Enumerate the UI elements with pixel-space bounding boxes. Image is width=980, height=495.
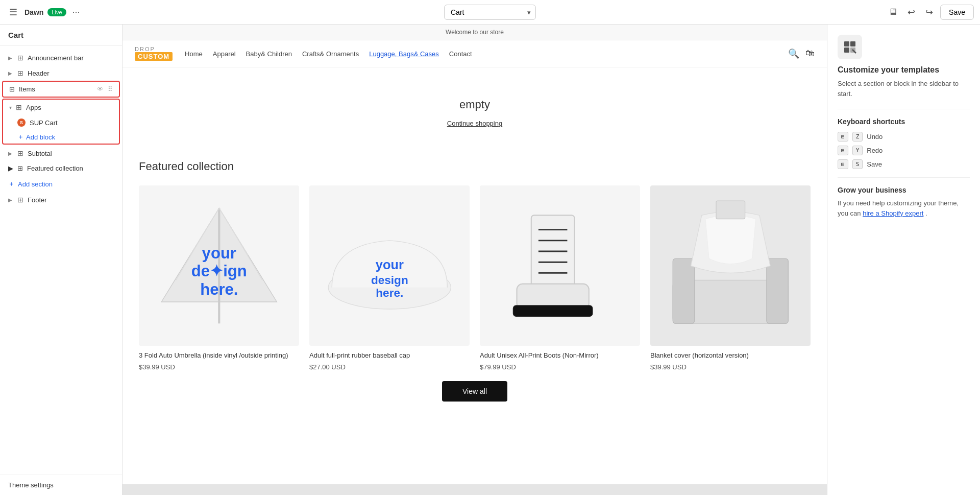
svg-rect-25 bbox=[844, 41, 849, 46]
desktop-view-button[interactable]: 🖥 bbox=[885, 4, 900, 20]
sidebar: Cart ▶ ⊞ Announcement bar ▶ ⊞ Header ⊞ I… bbox=[0, 25, 122, 495]
grow-text: If you need help customizing your theme,… bbox=[838, 198, 970, 218]
product-name: Adult full-print rubber baseball cap bbox=[309, 351, 470, 360]
shortcut-save-label: Save bbox=[867, 160, 882, 168]
sidebar-item-items[interactable]: ⊞ Items 👁 ⠿ bbox=[2, 81, 120, 98]
chevron-right-icon: ▶ bbox=[8, 164, 13, 172]
nav-link-baby[interactable]: Baby& Children bbox=[246, 50, 292, 58]
save-button[interactable]: Save bbox=[940, 5, 974, 20]
canvas-inner: Welcome to our store DROP CUSTOM Home Ap… bbox=[122, 25, 827, 484]
products-grid: your de✦ign here. 3 Fold Auto Umbrella (… bbox=[139, 185, 811, 371]
section-icon: ⊞ bbox=[17, 69, 23, 77]
hire-expert-link[interactable]: hire a Shopify expert bbox=[863, 209, 923, 217]
sidebar-item-sup-cart[interactable]: S SUP Cart bbox=[3, 115, 119, 130]
svg-text:your: your bbox=[375, 257, 403, 272]
view-all-button[interactable]: View all bbox=[442, 381, 507, 402]
sidebar-apps-section: ▾ ⊞ Apps S SUP Cart ＋ Add block bbox=[2, 99, 120, 145]
sup-cart-icon: S bbox=[17, 119, 26, 127]
sidebar-item-footer[interactable]: ▶ ⊞ Footer bbox=[2, 192, 120, 207]
apps-icon: ⊞ bbox=[16, 103, 22, 111]
topbar: ☰ Dawn Live ··· Cart ▾ 🖥 ↩ ↪ Save bbox=[0, 0, 980, 25]
redo-button[interactable]: ↪ bbox=[922, 4, 936, 21]
cap-svg: your design here. bbox=[317, 194, 462, 338]
nav-link-crafts[interactable]: Crafts& Ornaments bbox=[302, 50, 359, 58]
featured-collection-section: Featured collection yo bbox=[122, 148, 827, 437]
view-all-wrap: View all bbox=[139, 371, 811, 417]
undo-button[interactable]: ↩ bbox=[904, 4, 918, 21]
store-name-label: Dawn bbox=[24, 8, 43, 16]
eye-icon[interactable]: 👁 bbox=[97, 85, 104, 93]
add-block-button[interactable]: ＋ Add block bbox=[17, 132, 55, 142]
sidebar-add-section[interactable]: ＋ Add section bbox=[2, 176, 120, 192]
search-icon[interactable]: 🔍 bbox=[788, 48, 799, 59]
sidebar-item-header[interactable]: ▶ ⊞ Header bbox=[2, 65, 120, 81]
featured-collection-title: Featured collection bbox=[139, 160, 811, 173]
store-top-message: Welcome to our store bbox=[122, 25, 827, 40]
svg-rect-26 bbox=[850, 41, 855, 46]
drag-handle-icon[interactable]: ⠿ bbox=[108, 85, 113, 93]
product-card-umbrella[interactable]: your de✦ign here. 3 Fold Auto Umbrella (… bbox=[139, 185, 299, 371]
nav-link-home[interactable]: Home bbox=[185, 50, 203, 58]
boot-svg bbox=[488, 194, 632, 338]
svg-text:here.: here. bbox=[200, 280, 238, 298]
continue-shopping-link[interactable]: Continue shopping bbox=[133, 120, 817, 127]
shortcut-undo-label: Undo bbox=[867, 133, 883, 140]
product-image-umbrella: your de✦ign here. bbox=[139, 185, 299, 346]
product-card-boot[interactable]: Adult Unisex All-Print Boots (Non-Mirror… bbox=[480, 185, 640, 371]
svg-text:de✦ign: de✦ign bbox=[191, 262, 247, 280]
chevron-right-icon: ▶ bbox=[8, 197, 12, 203]
section-icon: ⊞ bbox=[17, 54, 23, 62]
theme-settings-button[interactable]: Theme settings bbox=[8, 481, 54, 489]
shortcut-undo: ⊞ Z Undo bbox=[838, 132, 970, 142]
store-nav: DROP CUSTOM Home Apparel Baby& Children … bbox=[122, 40, 827, 67]
sidebar-item-announcement-bar[interactable]: ▶ ⊞ Announcement bar bbox=[2, 50, 120, 65]
sidebar-item-featured-collection[interactable]: ▶ ⊞ Featured collection bbox=[2, 161, 120, 176]
logo-drop: DROP bbox=[135, 46, 155, 52]
svg-rect-15 bbox=[513, 305, 592, 316]
cart-icon[interactable]: 🛍 bbox=[805, 48, 815, 59]
svg-text:design: design bbox=[371, 273, 408, 286]
grow-text-2: . bbox=[925, 209, 927, 217]
more-options-button[interactable]: ··· bbox=[70, 5, 82, 19]
product-price: $79.99 USD bbox=[480, 363, 640, 371]
live-badge: Live bbox=[47, 8, 66, 16]
nav-toggle-button[interactable]: ☰ bbox=[6, 4, 20, 21]
topbar-left: ☰ Dawn Live ··· bbox=[6, 4, 118, 21]
plus-icon: ＋ bbox=[17, 132, 24, 142]
plus-icon: ＋ bbox=[8, 179, 15, 188]
nav-link-contact[interactable]: Contact bbox=[449, 50, 472, 58]
sidebar-item-apps[interactable]: ▾ ⊞ Apps bbox=[3, 100, 119, 115]
store-nav-links: Home Apparel Baby& Children Crafts& Orna… bbox=[185, 50, 776, 58]
chevron-right-icon: ▶ bbox=[8, 70, 12, 76]
product-image-cap: your design here. bbox=[309, 185, 470, 346]
customize-icon-wrap bbox=[838, 35, 862, 59]
sidebar-item-subtotal[interactable]: ▶ ⊞ Subtotal bbox=[2, 146, 120, 161]
product-name: Adult Unisex All-Print Boots (Non-Mirror… bbox=[480, 351, 640, 360]
cart-empty-section: empty Continue shopping bbox=[122, 67, 827, 148]
customize-icon bbox=[843, 40, 857, 54]
grow-title: Grow your business bbox=[838, 186, 970, 194]
svg-text:your: your bbox=[202, 244, 236, 262]
right-panel: Customize your templates Select a sectio… bbox=[827, 25, 980, 495]
product-image-blanket bbox=[650, 185, 811, 346]
nav-link-luggage[interactable]: Luggage, Bags& Cases bbox=[369, 50, 439, 58]
blanket-svg bbox=[658, 194, 803, 338]
right-panel-description: Select a section or block in the sidebar… bbox=[838, 79, 970, 99]
kbd-y: Y bbox=[852, 146, 863, 155]
svg-rect-27 bbox=[844, 48, 849, 53]
product-card-blanket[interactable]: Blanket cover (horizontal version) $39.9… bbox=[650, 185, 811, 371]
shortcut-redo: ⊞ Y Redo bbox=[838, 146, 970, 155]
svg-rect-23 bbox=[767, 258, 788, 323]
svg-text:here.: here. bbox=[376, 287, 403, 299]
product-card-cap[interactable]: your design here. Adult full-print rubbe… bbox=[309, 185, 470, 371]
chevron-right-icon: ▶ bbox=[8, 151, 12, 156]
topbar-center: Cart ▾ bbox=[125, 5, 855, 20]
logo-custom: CUSTOM bbox=[135, 52, 173, 61]
sidebar-scroll: ▶ ⊞ Announcement bar ▶ ⊞ Header ⊞ Items … bbox=[0, 46, 122, 475]
product-price: $39.99 USD bbox=[650, 363, 811, 371]
divider bbox=[838, 109, 970, 109]
nav-link-apparel[interactable]: Apparel bbox=[213, 50, 236, 58]
page-select-dropdown[interactable]: Cart bbox=[444, 5, 536, 20]
svg-rect-24 bbox=[716, 201, 745, 219]
sidebar-header: Cart bbox=[0, 25, 122, 46]
